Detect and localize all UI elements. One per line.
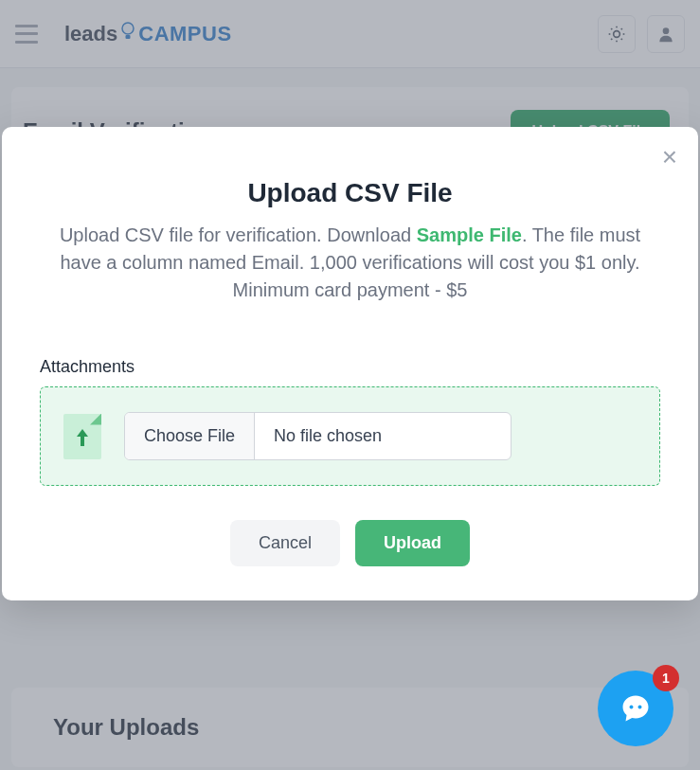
file-input[interactable]: Choose File No file chosen [124, 412, 512, 460]
sample-file-link[interactable]: Sample File [417, 224, 522, 245]
chat-icon [619, 691, 653, 725]
choose-file-button[interactable]: Choose File [125, 413, 255, 459]
upload-modal: × Upload CSV File Upload CSV file for ve… [2, 127, 698, 600]
upload-button[interactable]: Upload [355, 520, 470, 566]
file-name-display: No file chosen [255, 413, 511, 459]
modal-description: Upload CSV file for verification. Downlo… [40, 222, 660, 304]
close-button[interactable]: × [662, 144, 677, 170]
chat-notification-badge: 1 [653, 665, 679, 691]
svg-point-12 [630, 706, 634, 709]
attachments-label: Attachments [40, 357, 660, 377]
chat-widget-button[interactable]: 1 [598, 671, 673, 746]
file-dropzone[interactable]: Choose File No file chosen [40, 386, 660, 486]
attachments-section: Attachments Choose File No file chosen [40, 357, 660, 486]
close-icon: × [662, 142, 677, 171]
desc-prefix: Upload CSV file for verification. Downlo… [60, 224, 417, 245]
cancel-button[interactable]: Cancel [230, 520, 340, 566]
modal-footer: Cancel Upload [40, 520, 660, 566]
file-upload-icon [63, 414, 101, 459]
svg-point-13 [638, 706, 642, 709]
modal-title: Upload CSV File [40, 178, 660, 208]
